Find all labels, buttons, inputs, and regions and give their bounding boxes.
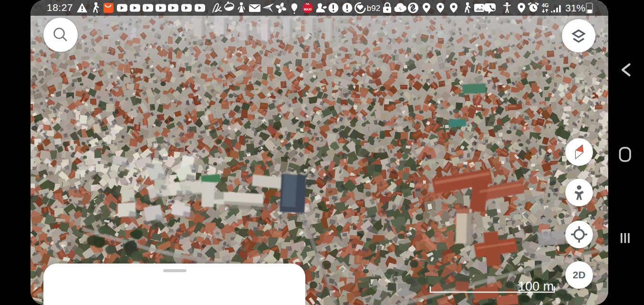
svg-text:b92: b92	[367, 4, 380, 13]
svg-text:MAXI: MAXI	[304, 8, 312, 11]
svg-text:4G: 4G	[542, 2, 549, 8]
svg-text:31%: 31%	[565, 2, 585, 13]
